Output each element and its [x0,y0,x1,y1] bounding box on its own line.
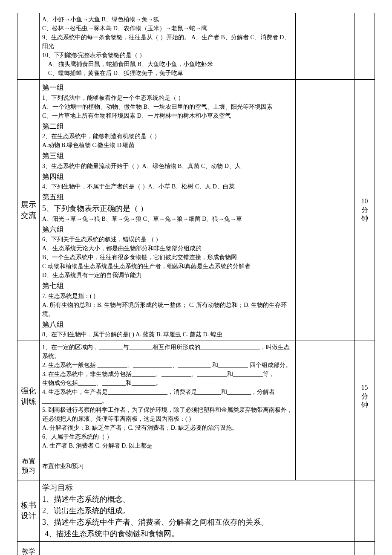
question: 8、在下列生物中，属于分解的是( ) A. 蓝藻 B. 草履虫 C. 蘑菇 D.… [42,330,293,339]
table-row: A、小虾→小鱼→大鱼 B、绿色植物→兔→狐 C、松林→松毛虫→啄木鸟 D、农作物… [17,13,375,80]
group-heading: 第三组 [42,150,293,162]
question: 3、生态系统中的能量流动开始于（ ）A、绿色植物 B、真菌 C、动物 D、人 [42,162,293,171]
option-line: D、生态系统具有一定的自我调节能力 [42,271,293,280]
display-content: 第一组 1、下列说法中，能够被看作是一个生态系统的是（ ） A、一个池塘中的植物… [40,80,296,341]
row-label-display: 展示 交流 [17,80,40,341]
group-heading: 第一组 [42,82,293,93]
option-line: A、生态系统无论大小，都是由生物部分和非生物部分组成的 [42,244,293,253]
label-text: 强化 [20,386,37,396]
time-cell: 15 分 钟 [355,341,375,452]
table-row: 强化 训练 1、在一定的区域内，________与________相互作用所形成… [17,341,375,452]
time-cell [355,13,375,80]
reflection-content [40,541,355,555]
table-row: 板书 设计 学习目标 1、描述生态系统的概念。 2、说出生态系统的组成。 3、描… [17,480,375,541]
question: 5. 到南极进行考察的科学工作者，为了保护环境，除了必须把塑料和金属类废弃物带离… [42,405,293,423]
label-text: 布置 [20,457,37,466]
question-10-cd: C、螳螂捕蝉，黄雀在后 D、狐狸吃兔子，兔子吃草 [42,69,293,78]
continuation-content: A、小虾→小鱼→大鱼 B、绿色植物→兔→狐 C、松林→松毛虫→啄木鸟 D、农作物… [40,13,296,80]
question: 4、下列生物中，不属于生产者的是（ ）A、小草 B、松树 C、人 D、白菜 [42,182,293,191]
board-line: 3、描述生态系统中生产者、消费者、分解者之间相互依存的关系。 [42,517,352,528]
mid-cell [296,452,355,480]
time-cell [355,480,375,541]
option-line: C 动物和植物是生态系统是生态系统的生产者，细菌和真菌是生态系统的分解者 [42,262,293,271]
mid-cell [296,13,355,80]
board-line: 4、描述生态系统中的食物链和食物网。 [42,528,352,540]
row-label-board: 板书 设计 [17,480,40,541]
group-heading: 第八组 [42,319,293,330]
group-heading: 第二组 [42,121,293,132]
option-line: A. 所有生物的总和；B. 生物与环境所形成的统一整体； C. 所有动物的总和；… [42,301,293,318]
question-10-ab: A、猫头鹰捕食田鼠，蛇捕食田鼠 B、大鱼吃小鱼，小鱼吃虾米 [42,60,293,69]
row-label-homework: 布置 预习 [17,452,40,480]
question: 6、人属于生态系统的（ ） [42,432,293,441]
row-label-reflection: 教学 反思 [17,541,40,555]
row-label-intensive: 强化 训练 [17,341,40,452]
question-cont: 生物成分包括______、________和________。 [42,379,293,387]
label-text: 展示 [20,199,37,210]
time-unit: 分 [357,392,372,401]
group-heading: 第四组 [42,171,293,182]
board-line: 2、说出生态系统的组成。 [42,505,352,517]
option-line: C、一片草地上所有生物和环境因素 D、一片树林中的树木和小草及空气 [42,111,293,120]
time-unit: 钟 [357,214,372,223]
question: 6、下列关于生态系统的叙述，错误的是 （ ） [42,235,293,244]
option-line: C、松林→松毛虫→啄木鸟 D、农作物（玉米）→老鼠→蛇→鹰 [42,24,293,33]
table-row: 展示 交流 第一组 1、下列说法中，能够被看作是一个生态系统的是（ ） A、一个… [17,80,375,341]
mid-cell [296,80,355,341]
question: 4. 生态系统中，生产者是____________________，消费者是__… [42,387,293,405]
question: 1、下列说法中，能够被看作是一个生态系统的是（ ） [42,93,293,102]
homework-text: 布置作业和预习 [42,462,293,471]
label-text: 训练 [20,396,37,407]
board-content: 学习目标 1、描述生态系统的概念。 2、说出生态系统的组成。 3、描述生态系统中… [40,480,355,541]
question: 1、在一定的区域内，________与________相互作用所形成的_____… [42,343,293,361]
mid-cell [296,341,355,452]
time-value: 15 [357,383,372,392]
label-text: 板书 [20,500,37,511]
option-line: A、一个池塘中的植物、动物、微生物 B、一块农田里的的空气、土壤、阳光等环境因素 [42,102,293,111]
option-line: A、小虾→小鱼→大鱼 B、绿色植物→兔→狐 [42,15,293,24]
label-text: 设计 [20,511,37,521]
board-heading: 学习目标 [42,482,352,494]
option-line: B、一个生态系统中，往往有很多食物链，它们彼此交错连接，形成食物网 [42,253,293,262]
time-cell: 10 分 钟 [355,80,375,341]
question: 5、下列食物表示正确的是（ ） [42,203,293,214]
group-heading: 第五组 [42,192,293,203]
option-line: A.动物 B.绿色植物 C.微生物 D.细菌 [42,141,293,150]
intensive-content: 1、在一定的区域内，________与________相互作用所形成的_____… [40,341,296,452]
question: 3. 在生态系统中，非生物成分包括________、__________、___… [42,370,293,379]
question: 2、在生态系统中，能够制造有机物的是（ ） [42,132,293,141]
option-line: A. 生产者 B. 消费者 C. 分解者 D. 以上都是 [42,441,293,450]
row-label-empty [17,13,40,80]
group-heading: 第七组 [42,280,293,292]
group-heading: 第六组 [42,224,293,235]
question-10-stem: 10、下列能够完整表示食物链的是（ ） [42,51,293,60]
option-line: A、阳光→草→兔→狼 B、草→兔→狼 C、草→兔→狼→细菌 D、狼→兔→草 [42,214,293,223]
option-line: A. 分解者很少；B. 缺乏生产者；C. 没有消费者；D. 缺乏必要的治污设施。 [42,423,293,432]
question: 7. 生态系统是指：( ) [42,292,293,301]
time-unit: 分 [357,206,372,215]
question: 2. 生态系统一般包括 __________、_____________、___… [42,361,293,370]
table-row: 布置 预习 布置作业和预习 [17,452,375,480]
label-text: 教学 [20,547,37,555]
homework-content: 布置作业和预习 [40,452,296,480]
question-9: 9、生态系统中的每一条食物链，往往是从（ ）开始的。 A、生产者 B、分解者 C… [42,33,293,51]
time-unit: 钟 [357,401,372,410]
label-text: 交流 [20,210,37,221]
time-cell [355,452,375,480]
time-cell [355,541,375,555]
label-text: 预习 [20,466,37,475]
lesson-plan-table: A、小虾→小鱼→大鱼 B、绿色植物→兔→狐 C、松林→松毛虫→啄木鸟 D、农作物… [17,13,375,555]
time-value: 10 [357,197,372,206]
board-line: 1、描述生态系统的概念。 [42,494,352,505]
table-row: 教学 反思 [17,541,375,555]
